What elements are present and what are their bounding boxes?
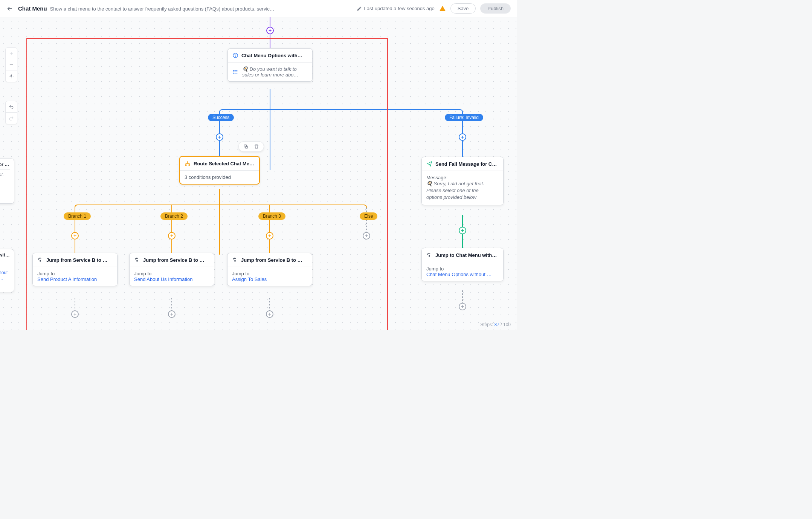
node-offscreen-2[interactable]: with… nout … xyxy=(0,249,14,292)
flow-canvas[interactable]: Steps: 37 / 100 + Chat Menu Option xyxy=(0,17,517,330)
node-action-toolbar xyxy=(238,141,264,152)
svg-point-30 xyxy=(235,260,236,261)
node-jump-branch-2[interactable]: Jump from Service B to … Jump to Send Ab… xyxy=(129,253,214,286)
add-step-after-jump-3[interactable]: + xyxy=(266,310,273,318)
add-step-after-jump-1[interactable]: + xyxy=(71,310,79,318)
jump-target-link[interactable]: Assign To Sales xyxy=(232,276,307,282)
list-icon xyxy=(232,69,238,75)
jump-icon xyxy=(232,257,238,263)
add-step-branch-2[interactable]: + xyxy=(168,232,176,240)
svg-rect-26 xyxy=(185,165,186,166)
send-icon xyxy=(426,161,432,167)
jump-icon xyxy=(134,257,140,263)
message-label: Message: xyxy=(426,175,499,180)
svg-point-28 xyxy=(40,260,41,261)
jump-target-link[interactable]: Chat Menu Options without … xyxy=(426,272,499,277)
zoom-out-button[interactable] xyxy=(6,59,17,70)
page-description: Show a chat menu to the contact to answe… xyxy=(50,6,275,12)
steps-counter: Steps: 37 / 100 xyxy=(480,322,511,327)
back-button[interactable] xyxy=(6,5,14,12)
last-updated: Last updated a few seconds ago xyxy=(357,6,435,11)
zoom-in-button[interactable] xyxy=(6,48,17,59)
question-icon xyxy=(232,52,238,58)
add-step-failure[interactable]: + xyxy=(459,133,466,141)
recenter-button[interactable] xyxy=(6,70,17,82)
warning-icon[interactable] xyxy=(439,5,446,12)
svg-rect-27 xyxy=(189,165,190,166)
save-button[interactable]: Save xyxy=(450,3,476,14)
jump-icon xyxy=(426,252,432,258)
svg-point-21 xyxy=(233,72,234,72)
svg-point-0 xyxy=(11,75,12,77)
delete-node-button[interactable] xyxy=(253,143,260,150)
add-step-branch-3[interactable]: + xyxy=(266,232,273,240)
node-subtitle: 3 conditions provided xyxy=(185,174,231,180)
add-step-branch-1[interactable]: + xyxy=(71,232,79,240)
pill-failure: Failure: Invalid xyxy=(445,114,483,121)
add-step-after-fail[interactable]: + xyxy=(459,227,466,234)
add-step-success[interactable]: + xyxy=(216,133,223,141)
add-step-top[interactable]: + xyxy=(266,27,274,34)
page-title: Chat Menu xyxy=(18,5,47,12)
publish-button[interactable]: Publish xyxy=(480,3,511,14)
node-preview-text: 🍳 Do you want to talk to sales or learn … xyxy=(242,66,308,78)
node-jump-branch-3[interactable]: Jump from Service B to … Jump to Assign … xyxy=(227,253,312,286)
add-step-after-jump-2[interactable]: + xyxy=(168,310,176,318)
redo-button[interactable] xyxy=(6,113,17,124)
branch-icon xyxy=(185,160,191,166)
add-step-after-jump-back[interactable]: + xyxy=(459,303,466,310)
node-route-selected-chat-menu[interactable]: Route Selected Chat Me… 3 conditions pro… xyxy=(179,156,260,185)
pill-branch-1: Branch 1 xyxy=(64,212,91,220)
canvas-toolbar xyxy=(5,47,17,124)
node-offscreen-1[interactable]: or C… at. xyxy=(0,159,14,204)
pill-else: Else xyxy=(360,212,377,220)
header-bar: Chat Menu Show a chat menu to the contac… xyxy=(0,0,517,17)
node-jump-to-chat-menu[interactable]: Jump to Chat Menu with… Jump to Chat Men… xyxy=(421,248,504,281)
pencil-icon xyxy=(357,6,362,11)
svg-point-29 xyxy=(137,260,138,261)
pill-branch-3: Branch 3 xyxy=(258,212,285,220)
jump-target-link[interactable]: Send Product A Information xyxy=(37,276,113,282)
node-jump-branch-1[interactable]: Jump from Service B to … Jump to Send Pr… xyxy=(32,253,118,286)
pill-success: Success xyxy=(208,114,234,121)
node-chat-menu-options[interactable]: Chat Menu Options with… 🍳 Do you want to… xyxy=(227,48,313,82)
add-step-else[interactable]: + xyxy=(363,232,370,240)
undo-button[interactable] xyxy=(6,101,17,113)
jump-icon xyxy=(37,257,43,263)
node-send-fail-message[interactable]: Send Fail Message for C… Message: 🍳 Sorr… xyxy=(421,157,504,205)
svg-point-22 xyxy=(233,73,234,73)
svg-point-31 xyxy=(429,255,430,256)
duplicate-node-button[interactable] xyxy=(243,143,249,150)
svg-point-16 xyxy=(235,56,236,57)
svg-point-20 xyxy=(233,70,234,71)
jump-target-link[interactable]: Send About Us Information xyxy=(134,276,209,282)
svg-rect-25 xyxy=(187,161,188,162)
pill-branch-2: Branch 2 xyxy=(160,212,188,220)
